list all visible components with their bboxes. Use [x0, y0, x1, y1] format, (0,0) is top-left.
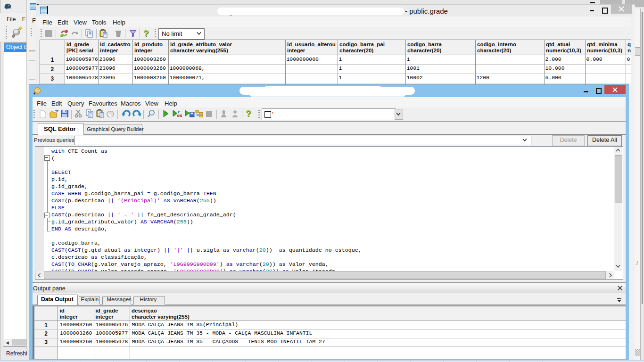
svg-text:GS: GS: [177, 114, 182, 118]
